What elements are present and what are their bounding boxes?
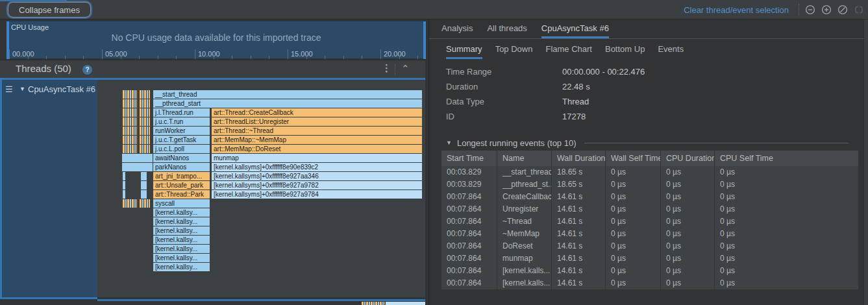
flame-box[interactable]	[123, 172, 125, 180]
flame-stripes[interactable]	[140, 108, 150, 117]
flame-box[interactable]: __pthread_start	[153, 99, 422, 108]
events-table-row[interactable]: 00:07.864munmap14.61 s0 µs0 µs0 µs	[441, 252, 858, 265]
zoom-out-icon[interactable]	[805, 5, 815, 15]
flame-box[interactable]: j.l.Thread.run	[153, 108, 210, 117]
subtab-summary[interactable]: Summary	[446, 41, 482, 59]
flame-stripes[interactable]	[123, 90, 137, 99]
column-header-wall-duration[interactable]: Wall Duration	[552, 151, 606, 166]
window-scrollbar-gutter[interactable]	[863, 19, 868, 305]
flame-box[interactable]	[141, 181, 147, 189]
flame-stripes[interactable]	[140, 127, 150, 135]
flame-stripes[interactable]	[123, 99, 137, 108]
flame-stripes[interactable]	[140, 136, 150, 144]
flame-box[interactable]: [kernel.kallsy...	[153, 217, 210, 226]
flame-stripes[interactable]	[140, 90, 150, 99]
flame-box[interactable]: __start_thread	[153, 90, 422, 99]
flame-stripes[interactable]	[123, 199, 137, 208]
cell-cpu-self-time: 0 µs	[715, 240, 858, 252]
subtab-events[interactable]: Events	[658, 41, 684, 59]
flame-box[interactable]	[141, 190, 147, 199]
thread-expand-chevron-icon[interactable]: ▼	[19, 86, 25, 92]
flame-box[interactable]: j.u.c.T.getTask	[153, 136, 210, 144]
flame-box[interactable]: [kernel.kallsyms]+0xffffff8e927a9782	[212, 181, 422, 189]
collapse-frames-button[interactable]: Collapse frames	[8, 2, 91, 18]
flame-box[interactable]: j.u.c.T.run	[153, 117, 210, 126]
flame-box[interactable]: [kernel.kallsy...	[153, 208, 210, 217]
flame-box[interactable]: [kernel.kallsy...	[153, 254, 210, 262]
tab-cpuasynctask-6[interactable]: CpuAsyncTask #6	[541, 20, 609, 38]
events-table-row[interactable]: 00:07.864~MemMap14.61 s0 µs0 µs0 µs	[441, 228, 858, 240]
flame-box[interactable]: parkNanos	[153, 163, 210, 171]
timeline-major-tick	[9, 49, 10, 59]
flame-stripes[interactable]	[123, 117, 137, 126]
flame-box[interactable]: [kernel.kallsy...	[153, 245, 210, 253]
flame-box[interactable]: [kernel.kallsy...	[153, 226, 210, 235]
flame-stripes[interactable]	[123, 108, 137, 117]
drag-handle-icon[interactable]: ☰	[5, 84, 13, 94]
events-table-row[interactable]: 00:03.829__pthread_st...18.65 s0 µs0 µs0…	[441, 178, 858, 191]
tab-analysis[interactable]: Analysis	[441, 20, 473, 38]
flame-box[interactable]: [kernel.kallsy...	[153, 263, 210, 271]
flame-box[interactable]: art::Unsafe_park	[153, 181, 210, 189]
flame-box[interactable]: art::Thread::Park	[153, 190, 210, 199]
flame-box[interactable]: [kernel.kallsyms]+0xffffff8e927a9784	[212, 190, 422, 199]
events-section-header[interactable]: ▼ Longest running events (top 10)	[446, 137, 855, 149]
events-table-row[interactable]: 00:07.864DoReset14.61 s0 µs0 µs0 µs	[441, 240, 858, 252]
flame-stripes[interactable]	[140, 99, 150, 108]
thread-row-cpuasynctask6[interactable]: ☰ ▼ CpuAsyncTask #6	[0, 80, 97, 297]
thread-callstack-chart[interactable]: __start_thread__pthread_startj.l.Thread.…	[97, 80, 425, 297]
flame-stripes[interactable]	[140, 199, 150, 208]
flame-box[interactable]: awaitNanos	[153, 154, 210, 162]
column-header-cpu-duration[interactable]: CPU Duration	[661, 151, 715, 166]
flame-stripes[interactable]	[140, 145, 150, 153]
flame-box[interactable]: art_jni_trampo...	[153, 172, 210, 180]
flame-box[interactable]: [kernel.kallsyms]+0xffffff8e90e839c2	[212, 163, 422, 171]
flame-box[interactable]: art::MemMap::~MemMap	[212, 136, 422, 144]
summary-label-time-range: Time Range	[446, 67, 491, 77]
column-header-name[interactable]: Name	[497, 151, 552, 166]
flame-box[interactable]: runWorker	[153, 127, 210, 135]
flame-stripes[interactable]	[123, 145, 137, 153]
flame-box[interactable]	[122, 163, 153, 171]
flame-box[interactable]: j.u.c.L.poll	[153, 145, 210, 153]
flame-stripes[interactable]	[123, 127, 137, 135]
cell-cpu-self-time: 0 µs	[715, 203, 858, 215]
subtab-top-down[interactable]: Top Down	[495, 41, 533, 59]
column-header-cpu-self-time[interactable]: CPU Self Time	[715, 151, 858, 166]
section-collapse-triangle-icon[interactable]: ▼	[446, 140, 452, 146]
flame-box[interactable]	[123, 181, 125, 189]
events-table-row[interactable]: 00:07.864[kernel.kalls...14.61 s0 µs0 µs…	[441, 265, 858, 277]
flame-box[interactable]	[141, 172, 147, 180]
clear-thread-event-selection-link[interactable]: Clear thread/event selection	[684, 5, 789, 15]
events-table-row[interactable]: 00:07.864CreateCallback14.61 s0 µs0 µs0 …	[441, 191, 858, 203]
cell-cpu-self-time: 0 µs	[715, 178, 858, 191]
subtab-flame-chart[interactable]: Flame Chart	[545, 41, 592, 59]
events-table-row[interactable]: 00:03.829__start_thread18.65 s0 µs0 µs0 …	[441, 166, 858, 178]
subtab-bottom-up[interactable]: Bottom Up	[605, 41, 645, 59]
zoom-in-icon[interactable]	[821, 5, 832, 15]
events-table-row[interactable]: 00:07.864[kernel.kalls...14.61 s0 µs0 µs…	[441, 277, 858, 289]
flame-box[interactable]: art::Thread::CreateCallback	[212, 108, 422, 117]
flame-box[interactable]	[123, 190, 125, 199]
reset-zoom-icon[interactable]	[837, 5, 848, 15]
column-header-wall-self-time[interactable]: Wall Self Time	[606, 151, 661, 166]
tab-all-threads[interactable]: All threads	[487, 20, 527, 38]
column-header-start-time[interactable]: Start Time	[441, 151, 497, 166]
flame-box[interactable]: [kernel.kallsy...	[153, 236, 210, 244]
events-table-row[interactable]: 00:07.864Unregister14.61 s0 µs0 µs0 µs	[441, 203, 858, 215]
timeline[interactable]: 00.00005.00010.00015.00020.000	[6, 21, 426, 59]
help-icon[interactable]: ?	[82, 65, 92, 75]
cpu-usage-panel[interactable]: CPU Usage No CPU usage data available fo…	[6, 21, 426, 58]
flame-stripes[interactable]	[140, 117, 150, 126]
flame-box[interactable]: art::Thread::~Thread	[212, 127, 422, 135]
flame-box[interactable]	[122, 154, 153, 162]
flame-box[interactable]: munmap	[212, 154, 422, 162]
collapse-panel-chevron-icon[interactable]: ⌃	[401, 63, 410, 75]
kebab-menu-icon[interactable]: ⋮	[382, 62, 391, 74]
flame-box[interactable]: syscall	[153, 199, 210, 208]
events-table-row[interactable]: 00:07.864~Thread14.61 s0 µs0 µs0 µs	[441, 215, 858, 228]
flame-box[interactable]: [kernel.kallsyms]+0xffffff8e927aa346	[212, 172, 422, 180]
flame-box[interactable]: art::MemMap::DoReset	[212, 145, 422, 153]
flame-box[interactable]: art::ThreadList::Unregister	[212, 117, 422, 126]
flame-stripes[interactable]	[123, 136, 137, 144]
